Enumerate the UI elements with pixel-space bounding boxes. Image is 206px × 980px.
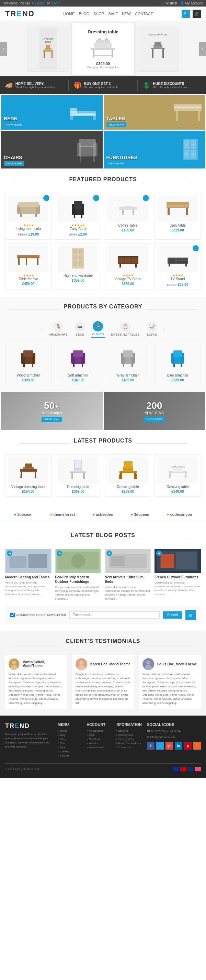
nav-blog[interactable]: BLOG [79,12,89,16]
cart-button[interactable]: 🛒 [193,10,201,18]
cat-furnitures[interactable]: FURNITURES VIEW MORE [104,130,205,169]
banner-200-sub: NEW ITEMS [144,411,165,415]
footer-link-privacy[interactable]: Privacy policy [116,738,142,741]
logo[interactable]: TREND [5,9,35,18]
banner-50off[interactable]: 50% off Furnitures SHOP NOW [1,392,103,430]
cat-wood-name: Wood armchair [8,374,48,377]
blog-post-2[interactable]: ◆ New Arrivals: Ultra Slim Beds Velrue d… [105,549,151,601]
login-link[interactable]: Login [52,2,60,5]
footer-link-new[interactable]: New [58,746,81,749]
nav-sale[interactable]: SALE [108,12,118,16]
product-card-easychair[interactable]: ◆ ★★★★★ Easy Chair £8.00 £2.00 [55,193,101,240]
tab-sofas[interactable]: 🛋 SOFAS [146,320,158,337]
newsletter-submit-button[interactable]: Submit [163,611,182,619]
chairs-btn[interactable]: VIEW MORE [4,161,24,166]
footer-link-feature[interactable]: Feature [58,754,81,757]
furnitures-btn[interactable]: VIEW MORE [106,161,127,166]
easychair-name: Easy Chair [58,227,98,231]
tab-dressing[interactable]: 🪞 DRESSING TABLES [110,320,140,337]
footer-link-shop[interactable]: Shop [58,738,81,741]
nav-contact[interactable]: CONTACT [135,12,153,16]
footer-link-aboutus[interactable]: About us [116,729,142,732]
latest-dressing1[interactable]: Dressing table £369.00 [55,454,101,496]
footer-link-contact2[interactable]: Contact us [116,746,142,749]
cat-product-soft[interactable]: Soft armchair £349.00 [55,343,101,385]
footer-link-cart[interactable]: Cart [87,733,110,737]
footer-link-delivery[interactable]: Delivery Info [116,733,142,737]
cat-wood-price: £389.00 [8,378,48,382]
nav-home[interactable]: HOME [63,12,74,16]
banner-50-btn[interactable]: SHOP NOW [41,417,62,422]
blog-desc-0: Velrue dui, is an american multinational… [5,581,52,596]
newsletter-email-input[interactable] [69,611,159,619]
footer-link-sale[interactable]: Sale [58,742,81,745]
cat-product-blue[interactable]: Blue armchair £239.00 [154,343,201,385]
footer-link-blog[interactable]: Blog [58,733,81,737]
wishlist-link[interactable]: ♡ Wishlist [162,2,177,5]
svg-rect-123 [20,472,22,478]
testimonial-name-0: Martin Colloli, ModelTheme [22,660,63,668]
social-linkedin[interactable]: in [175,742,182,749]
product-card-wardrobe[interactable]: High-end wardrobe £359.00 [55,243,101,290]
slider-prev[interactable]: ‹ [0,42,7,56]
svg-rect-68 [37,258,38,265]
product-card-sofa[interactable]: ◆ ★★★★ Living room sofa £39.00 £19.00 [5,193,52,240]
tab-chairs[interactable]: 🪑 CHAIRS [91,320,105,338]
tables-btn[interactable]: VIEW MORE [106,123,127,127]
cat-beds[interactable]: BEDS VIEW MORE [1,95,103,130]
testimonial-name-1: Karen Doe, ModelTheme [90,662,130,666]
search-button[interactable]: 🔍 [182,10,190,18]
latest-vintage[interactable]: Vintage dressing table £154.00 [5,454,52,496]
footer-link-wishlist[interactable]: Wishlist [87,742,110,745]
svg-rect-28 [174,104,201,106]
tab-armchairs[interactable]: 🪑 ARMCHAIRS [48,320,68,337]
newsletter-mail-icon: ✉ [185,610,196,620]
flag-1 [173,767,179,771]
svg-rect-15 [162,49,164,58]
footer-link-contact[interactable]: Contact [58,750,81,753]
featured-product-grid: ◆ ★★★★ Living room sofa £39.00 £19.00 ◆ [5,193,201,290]
nav-new[interactable]: NEW [122,12,131,16]
banner-200items[interactable]: 200 NEW ITEMS SHOP NOW [104,392,205,430]
beds-btn[interactable]: VIEW MORE [4,123,24,127]
cat-chairs[interactable]: CHAIRS VIEW MORE [1,130,103,169]
product-card-table5[interactable]: ★★★★ Table for five £459.00 [5,243,52,290]
newsletter-checkbox[interactable] [10,613,15,617]
tabs-prev-arrow[interactable]: ‹ [41,326,43,332]
social-rss[interactable]: r [193,742,201,749]
tabs-next-arrow[interactable]: › [163,326,165,332]
footer-link-checkout[interactable]: Checkout [87,738,110,741]
social-facebook[interactable]: f [147,742,154,749]
cat-tables[interactable]: TABLES VIEW MORE [104,95,205,130]
product-badge-coffee: ◆ [143,195,149,201]
tab-beds[interactable]: 🛏 BEDS [73,320,86,337]
latest-dressing2[interactable]: Dressing table £239.00 [105,454,151,496]
cat-product-wood[interactable]: Wood armchair £389.00 [5,343,52,385]
blog-post-0[interactable]: ◆ Modern Seating and Tables Velrue dui, … [5,549,52,601]
testimonial-avatar-1 [76,658,87,670]
blog-post-3[interactable]: ◆ French Outdoor Furnitures Velrue dui i… [154,549,201,601]
slider-next[interactable]: › [199,42,206,56]
footer-link-myaccount[interactable]: My account [87,729,110,732]
slider-items: Dressing table Dressing table [0,23,206,75]
cat-product-grey[interactable]: Grey armchair £499.00 [105,343,151,385]
latest-dressing3[interactable]: Dressing table £349.00 [154,454,201,496]
tvstandv-stars: ★★★★ [108,274,148,277]
nav-shop[interactable]: SHOP [93,12,104,16]
my-account-link[interactable]: 👤 My account [180,2,203,5]
footer-link-myaccount2[interactable]: My account [87,746,110,749]
footer-phone: ☎ 00 (123) Some info USA [147,729,201,734]
product-card-tvstand[interactable]: ◆ ★★★★ TV Stand £38.00 £35.00 [154,243,201,290]
footer-link-terms[interactable]: Terms & conditions [116,742,142,745]
social-googleplus[interactable]: g+ [165,742,173,749]
product-card-dailytable[interactable]: Daily table £329.00 [154,193,201,240]
social-twitter[interactable]: t [156,742,164,749]
svg-rect-115 [132,364,133,367]
product-card-coffeetable[interactable]: ◆ Coffee Table £199.00 [105,193,151,240]
banner-200-btn[interactable]: SHOP NOW [144,417,165,422]
footer-link-home[interactable]: Home [58,729,81,732]
blog-post-1[interactable]: ◆ Eco-Friendly Modern Outdoor Furnishing… [55,549,101,601]
product-card-tvstand-vintage[interactable]: ★★★★ Vintage TV Stand £359.00 [105,243,151,290]
social-pinterest[interactable]: p [184,742,192,749]
register-link[interactable]: Register [32,2,44,5]
